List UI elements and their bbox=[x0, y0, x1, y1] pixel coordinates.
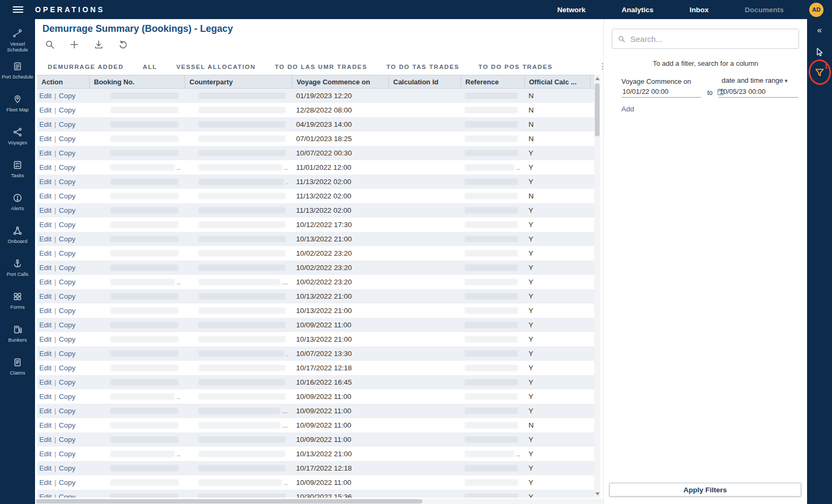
edit-link[interactable]: Edit bbox=[39, 335, 51, 343]
sidebar-item-claims[interactable]: Claims bbox=[0, 353, 35, 386]
copy-link[interactable]: Copy bbox=[59, 335, 76, 343]
column-header-action[interactable]: Action bbox=[37, 75, 89, 88]
copy-link[interactable]: Copy bbox=[59, 407, 76, 415]
copy-link[interactable]: Copy bbox=[59, 364, 76, 372]
add-icon[interactable] bbox=[69, 39, 80, 50]
copy-link[interactable]: Copy bbox=[59, 278, 76, 286]
reset-icon[interactable] bbox=[118, 39, 128, 50]
edit-link[interactable]: Edit bbox=[39, 249, 51, 257]
tab-to-do-tas-trades[interactable]: TO DO TAS TRADES bbox=[386, 64, 460, 70]
tab-demurrage-added[interactable]: DEMURRAGE ADDED bbox=[48, 64, 124, 70]
edit-link[interactable]: Edit bbox=[39, 192, 51, 200]
copy-link[interactable]: Copy bbox=[59, 378, 76, 386]
edit-link[interactable]: Edit bbox=[39, 321, 51, 329]
edit-link[interactable]: Edit bbox=[39, 120, 51, 128]
copy-link[interactable]: Copy bbox=[59, 321, 76, 329]
filter-from-input[interactable] bbox=[621, 87, 717, 96]
edit-link[interactable]: Edit bbox=[39, 393, 51, 401]
edit-link[interactable]: Edit bbox=[39, 292, 51, 300]
collapse-panel-icon[interactable]: « bbox=[807, 25, 832, 35]
copy-link[interactable]: Copy bbox=[59, 436, 76, 444]
filter-to-input[interactable] bbox=[718, 87, 814, 96]
pointer-tool-icon[interactable] bbox=[814, 47, 825, 58]
copy-link[interactable]: Copy bbox=[59, 135, 76, 143]
edit-link[interactable]: Edit bbox=[39, 149, 51, 157]
add-filter-link[interactable]: Add bbox=[621, 105, 634, 113]
sidebar-item-onboard[interactable]: Onboard bbox=[0, 222, 35, 255]
sidebar-item-voyages[interactable]: Voyages bbox=[0, 123, 35, 156]
column-header-calc[interactable]: Calculation Id bbox=[388, 75, 461, 88]
nav-analytics[interactable]: Analytics bbox=[603, 6, 671, 14]
edit-link[interactable]: Edit bbox=[39, 221, 51, 229]
edit-link[interactable]: Edit bbox=[39, 364, 51, 372]
tab-to-do-pos-trades[interactable]: TO DO POS TRADES bbox=[479, 64, 553, 70]
sidebar-item-alerts[interactable]: Alerts bbox=[0, 189, 35, 222]
apply-filters-button[interactable]: Apply Filters bbox=[609, 483, 801, 497]
sidebar-item-bunkers[interactable]: Bunkers bbox=[0, 320, 35, 353]
copy-link[interactable]: Copy bbox=[59, 163, 76, 171]
column-header-booking[interactable]: Booking No. bbox=[89, 75, 185, 88]
edit-link[interactable]: Edit bbox=[39, 407, 51, 415]
horizontal-scroll-thumb[interactable] bbox=[36, 499, 422, 503]
copy-link[interactable]: Copy bbox=[59, 479, 76, 486]
edit-link[interactable]: Edit bbox=[39, 163, 51, 171]
copy-link[interactable]: Copy bbox=[59, 192, 76, 200]
edit-link[interactable]: Edit bbox=[39, 307, 51, 315]
tab-vessel-allocation[interactable]: VESSEL ALLOCATION bbox=[176, 64, 256, 70]
download-icon[interactable] bbox=[93, 39, 104, 50]
filter-range-type-dropdown[interactable]: date and time range▾ bbox=[722, 76, 787, 84]
scroll-up-icon[interactable] bbox=[595, 77, 600, 80]
filter-search-input[interactable] bbox=[629, 34, 793, 44]
edit-link[interactable]: Edit bbox=[39, 206, 51, 214]
edit-link[interactable]: Edit bbox=[39, 436, 51, 444]
edit-link[interactable]: Edit bbox=[39, 178, 51, 186]
column-header-cp[interactable]: Counterparty bbox=[185, 75, 292, 88]
edit-link[interactable]: Edit bbox=[39, 493, 51, 498]
copy-link[interactable]: Copy bbox=[59, 120, 76, 128]
horizontal-scrollbar[interactable] bbox=[35, 499, 603, 504]
edit-link[interactable]: Edit bbox=[39, 92, 51, 100]
tab-overflow-icon[interactable]: ⋮ bbox=[599, 62, 603, 71]
copy-link[interactable]: Copy bbox=[59, 235, 76, 243]
search-icon[interactable] bbox=[45, 39, 55, 50]
menu-icon[interactable] bbox=[13, 5, 23, 14]
sidebar-item-fleet-map[interactable]: Fleet Map bbox=[0, 90, 35, 123]
edit-link[interactable]: Edit bbox=[39, 450, 51, 458]
copy-link[interactable]: Copy bbox=[59, 464, 76, 472]
copy-link[interactable]: Copy bbox=[59, 421, 76, 429]
edit-link[interactable]: Edit bbox=[39, 106, 51, 114]
copy-link[interactable]: Copy bbox=[59, 450, 76, 458]
copy-link[interactable]: Copy bbox=[59, 106, 76, 114]
copy-link[interactable]: Copy bbox=[59, 221, 76, 229]
column-header-ref[interactable]: Reference bbox=[461, 75, 524, 88]
edit-link[interactable]: Edit bbox=[39, 264, 51, 272]
copy-link[interactable]: Copy bbox=[59, 149, 76, 157]
avatar[interactable]: AD bbox=[809, 3, 824, 17]
column-header-date[interactable]: Voyage Commence on bbox=[292, 75, 388, 88]
copy-link[interactable]: Copy bbox=[59, 92, 76, 100]
nav-network[interactable]: Network bbox=[539, 6, 603, 14]
copy-link[interactable]: Copy bbox=[59, 206, 76, 214]
column-header-official[interactable]: Official Calc ... bbox=[524, 75, 590, 88]
edit-link[interactable]: Edit bbox=[39, 378, 51, 386]
vertical-scroll-thumb[interactable] bbox=[595, 83, 600, 136]
edit-link[interactable]: Edit bbox=[39, 464, 51, 472]
copy-link[interactable]: Copy bbox=[59, 393, 76, 401]
copy-link[interactable]: Copy bbox=[59, 307, 76, 315]
copy-link[interactable]: Copy bbox=[59, 292, 76, 300]
scroll-down-icon[interactable] bbox=[595, 492, 600, 496]
edit-link[interactable]: Edit bbox=[39, 235, 51, 243]
sidebar-item-tasks[interactable]: Tasks bbox=[0, 156, 35, 189]
copy-link[interactable]: Copy bbox=[59, 249, 76, 257]
sidebar-item-port-calls[interactable]: Port Calls bbox=[0, 255, 35, 288]
edit-link[interactable]: Edit bbox=[39, 350, 51, 358]
sidebar-item-vessel-schedule[interactable]: Vessel Schedule bbox=[0, 24, 35, 57]
sidebar-item-port-schedule[interactable]: Port Schedule bbox=[0, 57, 35, 90]
filter-funnel-icon[interactable] bbox=[814, 67, 825, 78]
edit-link[interactable]: Edit bbox=[39, 421, 51, 429]
edit-link[interactable]: Edit bbox=[39, 135, 51, 143]
vertical-scrollbar[interactable] bbox=[594, 75, 600, 498]
copy-link[interactable]: Copy bbox=[59, 178, 76, 186]
tab-to-do-las-umr-trades[interactable]: TO DO LAS UMR TRADES bbox=[275, 64, 367, 70]
tab-all[interactable]: ALL bbox=[143, 64, 157, 70]
